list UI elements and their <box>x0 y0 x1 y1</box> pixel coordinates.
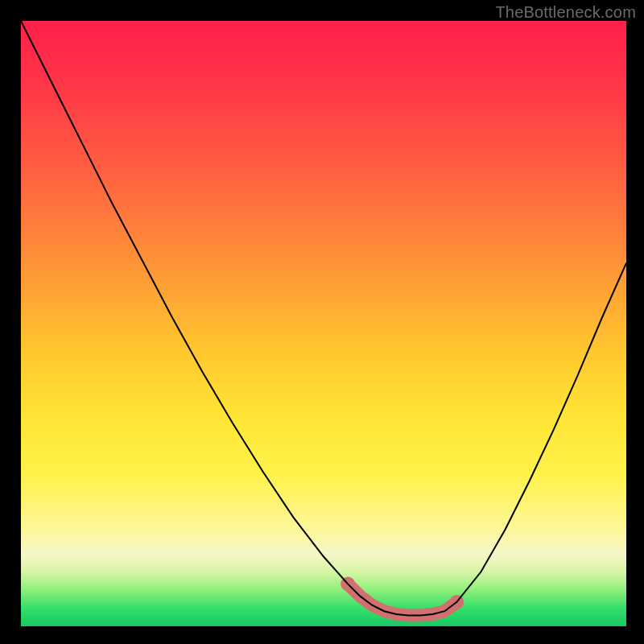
watermark-text: TheBottleneck.com <box>495 3 636 22</box>
bottleneck-curve <box>21 21 626 616</box>
chart-stage: TheBottleneck.com <box>0 0 644 644</box>
curve-layer <box>21 21 626 626</box>
plot-area <box>21 21 626 626</box>
